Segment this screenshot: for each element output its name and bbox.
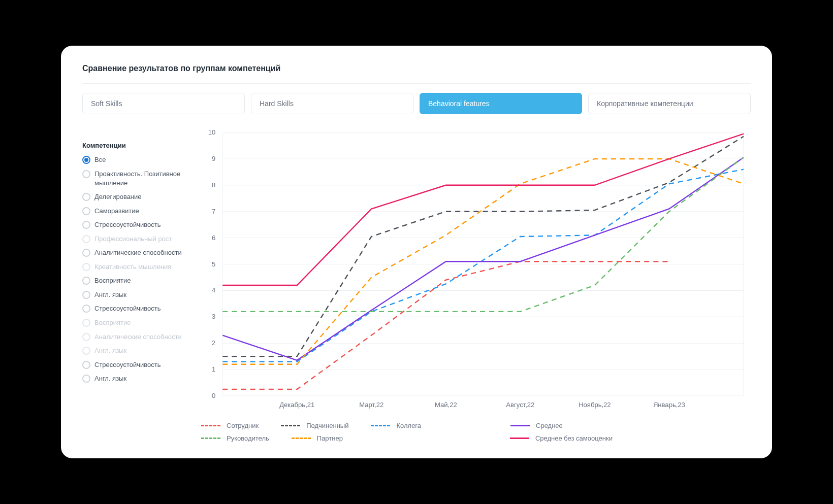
- legend-swatch-icon: [201, 425, 220, 426]
- competency-radio-1[interactable]: Проактивность. Позитивное мышление: [82, 170, 189, 187]
- radio-dot-icon: [82, 375, 90, 383]
- radio-label: Стрессоустойчивость: [94, 304, 161, 313]
- competency-radio-0[interactable]: Все: [82, 155, 189, 164]
- radio-dot-icon: [82, 333, 90, 341]
- legend-label: Руководитель: [227, 434, 269, 442]
- tabs-row: Soft SkillsHard SkillsBehavioral feature…: [82, 93, 751, 114]
- chart-column: 012345678910Декабрь,21Март,22Май,22Авгус…: [199, 127, 751, 442]
- radio-label: Креативность мышления: [94, 262, 171, 272]
- competency-radio-11: Восприятие: [82, 318, 189, 327]
- page-title: Сравнение результатов по группам компете…: [82, 64, 751, 73]
- svg-text:6: 6: [212, 234, 215, 242]
- svg-text:7: 7: [212, 208, 215, 215]
- tab-2[interactable]: Behavioral features: [420, 93, 582, 114]
- radio-dot-icon: [82, 156, 90, 164]
- svg-text:Январь,23: Январь,23: [653, 401, 685, 409]
- radio-label: Англ. язык: [94, 346, 126, 355]
- svg-text:4: 4: [212, 287, 215, 294]
- radio-dot-icon: [82, 207, 90, 215]
- legend-label: Коллега: [396, 422, 421, 429]
- svg-text:Август,22: Август,22: [506, 401, 534, 409]
- content-row: Компетенции ВсеПроактивность. Позитивное…: [82, 127, 751, 442]
- svg-text:9: 9: [212, 155, 215, 162]
- svg-text:2: 2: [212, 340, 215, 347]
- radio-label: Все: [94, 155, 106, 164]
- competency-radio-10[interactable]: Стрессоустойчивость: [82, 304, 189, 313]
- radio-dot-icon: [82, 319, 90, 327]
- legend-item: Среднее: [510, 422, 563, 429]
- chart-area: 012345678910Декабрь,21Март,22Май,22Авгус…: [199, 127, 751, 413]
- radio-dot-icon: [82, 305, 90, 313]
- competency-radio-list: ВсеПроактивность. Позитивное мышлениеДел…: [82, 155, 189, 383]
- legend-item: Руководитель: [201, 434, 269, 442]
- legend-swatch-icon: [281, 425, 300, 426]
- competency-radio-9[interactable]: Англ. язык: [82, 290, 189, 299]
- competency-radio-8[interactable]: Восприятие: [82, 276, 189, 285]
- tab-1[interactable]: Hard Skills: [251, 93, 413, 114]
- sidebar: Компетенции ВсеПроактивность. Позитивное…: [82, 127, 189, 442]
- competency-radio-7: Креативность мышления: [82, 262, 189, 272]
- radio-label: Аналитические способности: [94, 332, 182, 342]
- legend-swatch-icon: [510, 438, 529, 439]
- radio-label: Проактивность. Позитивное мышление: [94, 170, 189, 187]
- legend-label: Среднее без самооценки: [535, 434, 613, 442]
- svg-text:Май,22: Май,22: [435, 401, 457, 409]
- legend-swatch-icon: [510, 425, 530, 426]
- tab-0[interactable]: Soft Skills: [82, 93, 245, 114]
- radio-dot-icon: [82, 170, 90, 178]
- radio-label: Делегирование: [94, 192, 142, 201]
- divider: [82, 83, 751, 84]
- legend-label: Сотрудник: [227, 422, 259, 429]
- svg-text:3: 3: [212, 313, 215, 321]
- legend-swatch-icon: [201, 438, 220, 439]
- radio-label: Англ. язык: [94, 374, 126, 383]
- legend-item: Сотрудник: [201, 422, 259, 429]
- competency-radio-12: Аналитические способности: [82, 332, 189, 342]
- legend-label: Подчиненный: [306, 422, 348, 429]
- competency-radio-13: Англ. язык: [82, 346, 189, 355]
- radio-dot-icon: [82, 291, 90, 299]
- radio-label: Аналитические способности: [94, 248, 182, 257]
- legend-swatch-icon: [371, 425, 390, 426]
- radio-label: Профессиональный рост: [94, 234, 172, 244]
- radio-label: Стрессоустойчивость: [94, 360, 161, 369]
- svg-text:10: 10: [208, 129, 216, 137]
- chart-legend: СотрудникПодчиненныйКоллегаСреднееРуково…: [199, 422, 751, 442]
- sidebar-title: Компетенции: [82, 142, 189, 149]
- radio-dot-icon: [82, 193, 90, 201]
- radio-label: Англ. язык: [94, 290, 126, 299]
- competency-radio-3[interactable]: Саморазвитие: [82, 207, 189, 216]
- radio-dot-icon: [82, 361, 90, 369]
- legend-item: Коллега: [371, 422, 421, 429]
- svg-text:0: 0: [212, 392, 215, 399]
- svg-text:Декабрь,21: Декабрь,21: [279, 401, 314, 409]
- radio-dot-icon: [82, 347, 90, 355]
- svg-text:Март,22: Март,22: [359, 401, 383, 409]
- legend-swatch-icon: [292, 438, 311, 439]
- legend-label: Партнер: [317, 434, 343, 442]
- line-chart: 012345678910Декабрь,21Март,22Май,22Авгус…: [199, 127, 751, 413]
- radio-label: Саморазвитие: [94, 207, 139, 216]
- svg-text:1: 1: [212, 365, 215, 373]
- report-card: Сравнение результатов по группам компете…: [61, 46, 772, 458]
- competency-radio-6[interactable]: Аналитические способности: [82, 248, 189, 257]
- legend-label: Среднее: [536, 422, 563, 429]
- radio-label: Восприятие: [94, 318, 131, 327]
- radio-dot-icon: [82, 249, 90, 257]
- svg-text:Ноябрь,22: Ноябрь,22: [579, 401, 611, 409]
- radio-dot-icon: [82, 221, 90, 229]
- radio-dot-icon: [82, 277, 90, 285]
- competency-radio-2[interactable]: Делегирование: [82, 192, 189, 201]
- radio-label: Восприятие: [94, 276, 131, 285]
- radio-label: Стрессоустойчивость: [94, 220, 161, 229]
- svg-text:5: 5: [212, 260, 215, 268]
- legend-item: Партнер: [292, 434, 343, 442]
- legend-item: Среднее без самооценки: [510, 434, 613, 442]
- tab-3[interactable]: Корпоративные компетенции: [588, 93, 751, 114]
- competency-radio-15[interactable]: Англ. язык: [82, 374, 189, 383]
- svg-text:8: 8: [212, 181, 215, 189]
- competency-radio-4[interactable]: Стрессоустойчивость: [82, 220, 189, 229]
- competency-radio-5: Профессиональный рост: [82, 234, 189, 244]
- competency-radio-14[interactable]: Стрессоустойчивость: [82, 360, 189, 369]
- radio-dot-icon: [82, 263, 90, 271]
